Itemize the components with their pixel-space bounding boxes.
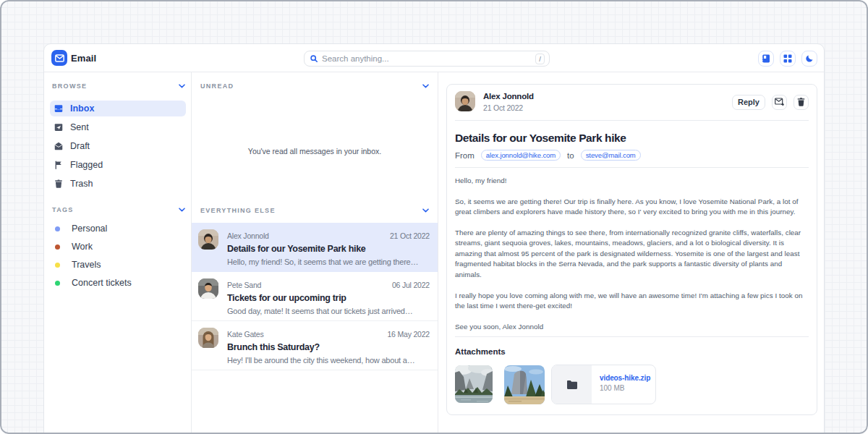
folder-icon <box>566 380 578 389</box>
delete-button[interactable] <box>793 95 809 110</box>
file-size: 100 MB <box>600 384 650 392</box>
email-sender: Alex Jonnold <box>227 231 269 240</box>
email-item-main: Pete Sand 06 Jul 2022 Tickets for our up… <box>227 281 430 320</box>
file-icon-side <box>552 365 592 404</box>
to-label: to <box>567 151 574 160</box>
avatar-alex-jonnold <box>198 229 218 250</box>
email-date: 16 May 2022 <box>387 330 430 339</box>
unread-label: UNREAD <box>200 82 234 90</box>
attachment-file-card[interactable]: videos-hike.zip 100 MB <box>551 365 656 404</box>
email-subject: Details for our Yosemite Park hike <box>227 244 430 254</box>
sidebar-item-inbox[interactable]: Inbox <box>50 101 186 116</box>
address-book-button[interactable] <box>758 51 774 67</box>
body-paragraph: See you soon, Alex Jonnold <box>455 322 809 333</box>
attachment-photo-yosemite-valley[interactable] <box>455 365 493 403</box>
email-list-item-3[interactable]: Kate Gates 16 May 2022 Brunch this Satur… <box>192 321 438 370</box>
trash-icon <box>54 179 63 188</box>
email-detail-column: Alex Jonnold 21 Oct 2022 Reply <box>438 72 824 434</box>
body-paragraph: There are plenty of amazing things to se… <box>455 228 809 281</box>
email-sender: Kate Gates <box>227 330 264 339</box>
reply-button[interactable]: Reply <box>732 95 765 110</box>
sidebar-section-browse-header[interactable]: BROWSE <box>51 82 185 90</box>
detail-sender-block: Alex Jonnold 21 Oct 2022 <box>483 92 732 112</box>
email-list-item-2[interactable]: Pete Sand 06 Jul 2022 Tickets for our up… <box>192 272 438 321</box>
sidebar-item-label: Draft <box>70 141 90 151</box>
everything-else-section-header[interactable]: EVERYTHING ELSE <box>192 197 438 214</box>
tag-label: Work <box>72 242 93 252</box>
tag-dot <box>55 244 60 250</box>
from-email-chip[interactable]: alex.jonnold@hike.com <box>481 150 561 161</box>
header-actions <box>758 51 817 67</box>
sidebar-section-tags-header[interactable]: TAGS <box>51 206 185 213</box>
attachment-photo-half-dome[interactable] <box>504 365 545 404</box>
email-body: Hello, my friend! So, it seems we are ge… <box>455 176 809 332</box>
file-name: videos-hike.zip <box>600 374 650 382</box>
dark-mode-button[interactable] <box>801 51 817 67</box>
chevron-down-icon <box>179 84 185 88</box>
detail-header: Alex Jonnold 21 Oct 2022 Reply <box>455 85 809 120</box>
forward-button[interactable] <box>772 95 787 110</box>
divider <box>455 336 809 337</box>
app-content: BROWSE Inbox <box>44 72 824 434</box>
tag-item-travels[interactable]: Travels <box>51 258 185 271</box>
unread-section-header[interactable]: UNREAD <box>192 72 438 90</box>
sidebar-item-draft[interactable]: Draft <box>50 138 186 154</box>
app-header: Email Search anything... / <box>44 44 824 72</box>
tags-nav: Personal Work Travels Concert tickets <box>51 222 185 289</box>
search-icon <box>310 55 318 62</box>
email-detail-card: Alex Jonnold 21 Oct 2022 Reply <box>446 84 817 415</box>
email-preview: Good day, mate! It seems that our ticket… <box>227 307 430 315</box>
divider <box>455 120 809 121</box>
inbox-icon <box>54 104 63 113</box>
sent-icon <box>54 123 63 132</box>
sidebar-item-label: Trash <box>70 179 93 189</box>
tags-label: TAGS <box>52 206 74 213</box>
tag-item-personal[interactable]: Personal <box>51 222 185 235</box>
body-paragraph: So, it seems we are getting there! Our t… <box>455 197 809 218</box>
tag-item-work[interactable]: Work <box>51 240 185 253</box>
attachments-row: videos-hike.zip 100 MB <box>455 365 809 404</box>
chevron-down-icon <box>179 208 185 212</box>
to-email-chip[interactable]: steve@mail.com <box>581 150 641 161</box>
message-list-column: UNREAD You've read all messages in your … <box>192 72 438 434</box>
tag-dot <box>55 281 60 286</box>
desktop-background: Email Search anything... / <box>0 0 868 434</box>
file-info: videos-hike.zip 100 MB <box>592 365 650 404</box>
email-date: 21 Oct 2022 <box>390 231 430 240</box>
sidebar-item-label: Inbox <box>70 103 94 114</box>
email-item-main: Alex Jonnold 21 Oct 2022 Details for our… <box>227 231 430 271</box>
sidebar-item-trash[interactable]: Trash <box>50 176 186 192</box>
tag-dot <box>55 263 60 268</box>
detail-subject: Details for our Yosemite Park hike <box>455 132 809 145</box>
mail-forward-icon <box>775 98 784 106</box>
everything-else-label: EVERYTHING ELSE <box>200 207 276 214</box>
from-label: From <box>455 151 475 160</box>
sidebar-item-sent[interactable]: Sent <box>50 119 186 135</box>
sidebar-item-label: Flagged <box>70 160 103 170</box>
detail-date: 21 Oct 2022 <box>483 103 732 112</box>
moon-icon <box>805 54 814 63</box>
detail-sender-name: Alex Jonnold <box>483 92 732 101</box>
email-list-item-1[interactable]: Alex Jonnold 21 Oct 2022 Details for our… <box>192 223 438 272</box>
browse-nav: Inbox Sent <box>51 101 185 192</box>
search-input[interactable]: Search anything... / <box>304 51 550 67</box>
app-logo <box>51 50 67 66</box>
search-shortcut-badge: / <box>535 54 545 64</box>
tag-dot <box>55 226 60 231</box>
email-date: 06 Jul 2022 <box>392 281 430 289</box>
trash-icon <box>797 98 805 106</box>
sidebar: BROWSE Inbox <box>44 72 192 434</box>
brand: Email <box>44 50 96 66</box>
email-subject: Brunch this Saturday? <box>227 342 430 352</box>
chevron-down-icon <box>422 84 429 88</box>
envelope-icon <box>55 54 64 62</box>
tag-label: Travels <box>72 260 101 270</box>
body-paragraph: Hello, my friend! <box>455 176 809 187</box>
email-preview: Hey! I'll be around the city this weeken… <box>227 356 430 365</box>
apps-grid-button[interactable] <box>780 51 796 67</box>
email-subject: Tickets for our upcoming trip <box>227 293 430 303</box>
avatar-alex-jonnold <box>455 91 475 111</box>
sidebar-item-flagged[interactable]: Flagged <box>50 157 186 173</box>
tag-item-concert-tickets[interactable]: Concert tickets <box>51 276 185 289</box>
email-sender: Pete Sand <box>227 281 261 289</box>
